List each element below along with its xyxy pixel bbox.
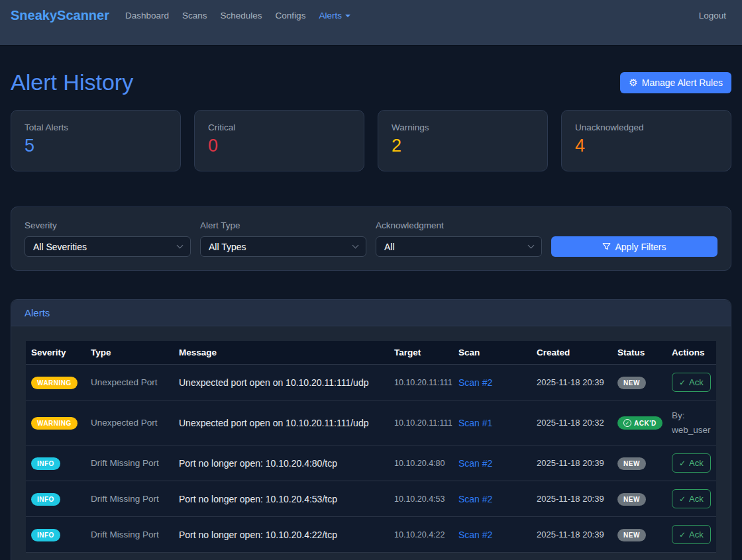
severity-filter-label: Severity [25, 220, 191, 230]
acknowledged-by: By: web_user [672, 408, 711, 437]
stat-label: Critical [208, 122, 350, 132]
severity-badge: INFO [31, 457, 60, 470]
col-actions: Actions [666, 341, 716, 365]
table-row: INFO Drift Missing Port Port no longer o… [26, 517, 716, 553]
alert-type-select[interactable]: All Types [200, 236, 366, 257]
stat-label: Unacknowledged [575, 122, 717, 132]
page-title: Alert History [11, 70, 133, 95]
table-row: WARNING Unexpected Port Unexpected port … [26, 400, 716, 445]
scan-link[interactable]: Scan #2 [458, 377, 492, 388]
alerts-table: Severity Type Message Target Scan Create… [26, 341, 716, 553]
filter-funnel-icon [602, 242, 611, 251]
alert-created: 2025-11-18 20:39 [531, 481, 612, 517]
chevron-down-icon [352, 242, 359, 249]
alerts-table-body: WARNING Unexpected Port Unexpected port … [26, 365, 716, 553]
nav-item-schedules[interactable]: Schedules [221, 11, 262, 21]
actions-cell: ✓Ack [666, 517, 716, 553]
page-header: Alert History ⚙ Manage Alert Rules [11, 70, 731, 95]
alert-type: Drift Missing Port [85, 481, 174, 517]
alert-created: 2025-11-18 20:39 [531, 445, 612, 481]
alert-message: Port no longer open: 10.10.20.4:22/tcp [174, 517, 389, 553]
manage-alert-rules-button[interactable]: ⚙ Manage Alert Rules [620, 72, 731, 93]
check-icon: ✓ [679, 494, 686, 504]
alert-type: Drift Missing Port [85, 445, 174, 481]
manage-alert-rules-label: Manage Alert Rules [642, 77, 723, 88]
scan-link[interactable]: Scan #2 [458, 530, 492, 540]
caret-down-icon [345, 15, 350, 17]
scan-link[interactable]: Scan #1 [458, 418, 492, 428]
alert-target: 10.10.20.4:53 [389, 481, 453, 517]
scan-link[interactable]: Scan #2 [458, 458, 492, 469]
ack-button-label: Ack [689, 377, 704, 387]
severity-badge: WARNING [31, 417, 78, 430]
col-type: Type [85, 341, 174, 365]
ack-button-label: Ack [689, 458, 704, 468]
check-icon: ✓ [679, 459, 686, 468]
stat-card-total-alerts: Total Alerts 5 [11, 110, 181, 171]
check-circle-icon: ✓ [623, 419, 631, 427]
col-target: Target [389, 341, 453, 365]
actions-cell: ✓Ack [666, 445, 716, 481]
scan-link[interactable]: Scan #2 [458, 494, 492, 504]
ack-button[interactable]: ✓Ack [672, 373, 711, 392]
severity-select[interactable]: All Severities [25, 236, 191, 257]
chevron-down-icon [177, 242, 184, 249]
table-row: WARNING Unexpected Port Unexpected port … [26, 365, 716, 400]
alerts-panel-title: Alerts [11, 300, 731, 326]
alert-target: 10.10.20.11:111 [389, 400, 453, 445]
nav-item-alerts-label: Alerts [319, 11, 342, 21]
stat-label: Warnings [392, 122, 534, 132]
stat-value: 2 [392, 136, 534, 156]
alert-message: Unexpected port open on 10.10.20.11:111/… [174, 400, 389, 445]
ack-button-label: Ack [689, 530, 704, 539]
logout-link[interactable]: Logout [699, 11, 726, 21]
stat-value: 0 [208, 136, 350, 156]
nav-item-alerts[interactable]: Alerts [319, 11, 350, 21]
nav-item-dashboard[interactable]: Dashboard [125, 11, 169, 21]
stat-card-critical: Critical 0 [194, 110, 364, 171]
apply-filters-button[interactable]: Apply Filters [551, 236, 717, 257]
alert-type: Unexpected Port [85, 365, 174, 400]
stat-value: 5 [25, 136, 167, 156]
ack-button[interactable]: ✓Ack [672, 489, 711, 508]
stat-value: 4 [575, 136, 717, 156]
table-header-row: Severity Type Message Target Scan Create… [26, 341, 716, 365]
ack-button[interactable]: ✓Ack [672, 453, 711, 473]
table-row: INFO Drift Missing Port Port no longer o… [26, 481, 716, 517]
acknowledgment-filter-label: Acknowledgment [376, 220, 542, 230]
alert-created: 2025-11-18 20:39 [531, 365, 612, 400]
nav-links: Dashboard Scans Schedules Configs Alerts [125, 11, 350, 21]
table-row: INFO Drift Missing Port Port no longer o… [26, 445, 716, 481]
alert-message: Port no longer open: 10.10.20.4:80/tcp [174, 445, 389, 481]
nav-item-configs[interactable]: Configs [276, 11, 306, 21]
gear-icon: ⚙ [629, 77, 637, 87]
alert-target: 10.10.20.11:111 [389, 365, 453, 400]
acknowledgment-select-value: All [384, 242, 395, 252]
status-badge: NEW [617, 493, 646, 506]
col-scan: Scan [453, 341, 531, 365]
actions-cell: By: web_user [666, 400, 716, 445]
chevron-down-icon [528, 242, 535, 249]
severity-badge: WARNING [31, 377, 78, 389]
col-created: Created [531, 341, 612, 365]
alerts-panel: Alerts Severity Type Message Target Scan… [11, 299, 731, 560]
status-badge: ✓ACK'D [617, 416, 662, 430]
nav-item-scans[interactable]: Scans [182, 11, 207, 21]
alert-target: 10.10.20.4:80 [389, 445, 453, 481]
stat-cards: Total Alerts 5 Critical 0 Warnings 2 Una… [11, 110, 731, 171]
actions-cell: ✓Ack [666, 481, 716, 517]
brand[interactable]: SneakyScanner [11, 8, 109, 23]
acknowledgment-select[interactable]: All [376, 236, 542, 257]
status-badge: NEW [617, 457, 646, 470]
actions-cell: ✓Ack [666, 365, 716, 400]
ack-button-label: Ack [689, 494, 704, 504]
stat-card-warnings: Warnings 2 [378, 110, 548, 171]
col-status: Status [612, 341, 666, 365]
filters-panel: Severity All Severities Alert Type All T… [11, 207, 731, 271]
alert-target: 10.10.20.4:22 [389, 517, 453, 553]
status-badge: NEW [617, 529, 646, 541]
ack-button[interactable]: ✓Ack [672, 525, 711, 544]
navbar: SneakyScanner Dashboard Scans Schedules … [0, 0, 742, 46]
alert-message: Port no longer open: 10.10.20.4:53/tcp [174, 481, 389, 517]
alert-type-filter-label: Alert Type [200, 220, 366, 230]
